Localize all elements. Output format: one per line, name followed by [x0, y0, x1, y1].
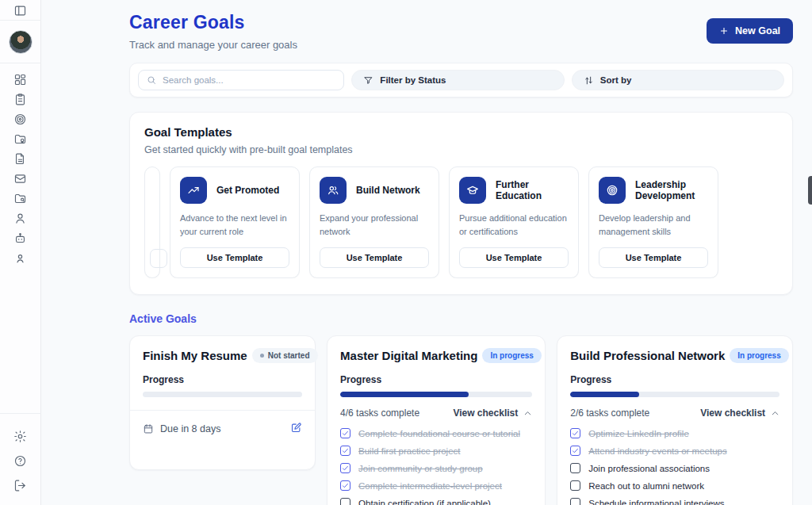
- template-card-partial[interactable]: [144, 166, 160, 278]
- edit-icon: [290, 422, 302, 434]
- use-template-button[interactable]: Use Template: [459, 247, 569, 268]
- target-icon: [599, 177, 626, 204]
- checkbox-checked-icon: [340, 463, 350, 473]
- checklist: Optimize LinkedIn profile Attend industr…: [570, 428, 779, 505]
- dashboard-icon: [13, 73, 27, 86]
- template-name: Leadership Development: [635, 179, 708, 201]
- template-name: Build Network: [356, 185, 420, 196]
- active-goals-grid: Finish My Resume Not started Progress Du…: [129, 335, 793, 505]
- sidebar-bottom-nav: [10, 414, 32, 505]
- filter-icon: [363, 75, 373, 86]
- main-content: Career Goals Track and manage your caree…: [41, 0, 812, 505]
- checklist-item[interactable]: Complete intermediate-level project: [340, 480, 532, 491]
- user-round-icon: [13, 251, 27, 265]
- checkbox-unchecked-icon: [570, 480, 580, 491]
- template-description: Advance to the next level in your curren…: [180, 212, 289, 238]
- search-icon: [147, 75, 156, 85]
- status-badge: In progress: [730, 348, 788, 363]
- search-input[interactable]: Search goals...: [138, 70, 344, 90]
- checklist-item[interactable]: Obtain certification (if applicable): [340, 498, 532, 505]
- sidebar-item-applications[interactable]: [10, 192, 32, 205]
- page-header: Career Goals Track and manage your caree…: [129, 12, 793, 51]
- checklist-item[interactable]: Join community or study group: [340, 463, 532, 473]
- sidebar-item-portfolio[interactable]: [10, 132, 32, 146]
- status-dot-icon: [260, 354, 264, 358]
- sidebar-item-contacts[interactable]: [10, 251, 32, 265]
- progress-bar: [340, 392, 532, 397]
- logout-button[interactable]: [10, 479, 32, 492]
- panel-left-icon: [13, 4, 27, 17]
- filter-by-status-button[interactable]: Filter by Status: [351, 70, 564, 90]
- sort-label: Sort by: [600, 75, 632, 85]
- new-goal-button[interactable]: New Goal: [707, 18, 793, 44]
- checklist-item[interactable]: Build first practice project: [340, 446, 532, 456]
- tasks-summary: 4/6 tasks complete: [340, 407, 419, 419]
- checkbox-checked-icon: [340, 428, 350, 438]
- goal-templates-section: Goal Templates Get started quickly with …: [129, 112, 793, 295]
- sidebar-item-mail[interactable]: [10, 172, 32, 186]
- use-template-button[interactable]: Use Template: [599, 247, 708, 268]
- sidebar-item-tasks[interactable]: [10, 93, 32, 106]
- sidebar-toggle-button[interactable]: [10, 0, 32, 20]
- sidebar: [0, 0, 41, 505]
- checklist-item[interactable]: Attend industry events or meetups: [570, 446, 779, 456]
- checkbox-unchecked-icon: [570, 463, 580, 473]
- goal-card-master-digital-marketing: Master Digital Marketing In progress Pro…: [327, 335, 546, 505]
- template-card-build-network: Build Network Expand your professional n…: [309, 166, 439, 278]
- sidebar-item-documents[interactable]: [10, 152, 32, 166]
- tasks-summary: 2/6 tasks complete: [570, 407, 649, 419]
- checkbox-unchecked-icon: [340, 498, 350, 505]
- sidebar-item-dashboard[interactable]: [10, 73, 32, 86]
- status-badge: In progress: [482, 348, 541, 363]
- sidebar-item-goals[interactable]: [10, 113, 32, 126]
- logout-icon: [13, 479, 27, 492]
- template-description: Develop leadership and management skills: [599, 212, 708, 238]
- template-description: Pursue additional education or certifica…: [459, 212, 569, 238]
- chevron-up-icon: [771, 409, 779, 418]
- sidebar-item-assistant[interactable]: [10, 231, 32, 245]
- checkbox-checked-icon: [570, 428, 580, 438]
- checklist-item[interactable]: Reach out to alumni network: [570, 480, 779, 491]
- goal-card-finish-my-resume: Finish My Resume Not started Progress Du…: [129, 335, 316, 470]
- new-goal-label: New Goal: [735, 25, 780, 36]
- template-card-leadership-development: Leadership Development Develop leadershi…: [588, 166, 718, 278]
- due-date: Due in 8 days: [143, 423, 220, 434]
- checklist-item[interactable]: Join professional associations: [570, 463, 779, 473]
- use-template-button[interactable]: Use Template: [320, 247, 429, 268]
- checklist-item[interactable]: Complete foundational course or tutorial: [340, 428, 532, 438]
- sidebar-item-profile[interactable]: [10, 212, 32, 225]
- help-button[interactable]: [10, 454, 32, 468]
- toolbar: Search goals... Filter by Status Sort by: [129, 63, 793, 98]
- view-checklist-toggle[interactable]: View checklist: [700, 407, 779, 419]
- settings-button[interactable]: [10, 430, 32, 443]
- clipboard-icon: [13, 93, 27, 106]
- sort-by-button[interactable]: Sort by: [572, 70, 784, 90]
- checklist-item[interactable]: Optimize LinkedIn profile: [570, 428, 779, 438]
- edit-goal-button[interactable]: [290, 422, 302, 436]
- view-checklist-toggle[interactable]: View checklist: [453, 407, 532, 419]
- vertical-scrollbar-thumb[interactable]: [808, 176, 812, 205]
- progress-label: Progress: [570, 374, 779, 385]
- search-placeholder: Search goals...: [163, 75, 224, 85]
- trending-up-icon: [180, 177, 207, 204]
- checkbox-unchecked-icon: [570, 498, 580, 505]
- checkbox-checked-icon: [570, 446, 580, 456]
- checkbox-checked-icon: [340, 446, 350, 456]
- folder-certificate-icon: [13, 132, 27, 146]
- progress-bar: [143, 392, 302, 397]
- file-text-icon: [13, 152, 27, 166]
- goal-title: Build Professional Network: [570, 349, 725, 362]
- help-circle-icon: [13, 454, 27, 468]
- graduation-cap-icon: [459, 177, 486, 204]
- user-avatar[interactable]: [9, 21, 33, 63]
- template-description: Expand your professional network: [320, 212, 429, 238]
- gear-icon: [13, 430, 27, 443]
- template-card-get-promoted: Get Promoted Advance to the next level i…: [170, 166, 300, 278]
- use-template-button[interactable]: Use Template: [180, 247, 289, 268]
- template-card-further-education: Further Education Pursue additional educ…: [449, 166, 579, 278]
- page-subtitle: Track and manage your career goals: [129, 39, 297, 51]
- checkbox-checked-icon: [340, 480, 350, 491]
- checklist-item[interactable]: Schedule informational interviews: [570, 498, 779, 505]
- chevron-up-icon: [523, 409, 532, 418]
- sort-icon: [584, 75, 594, 86]
